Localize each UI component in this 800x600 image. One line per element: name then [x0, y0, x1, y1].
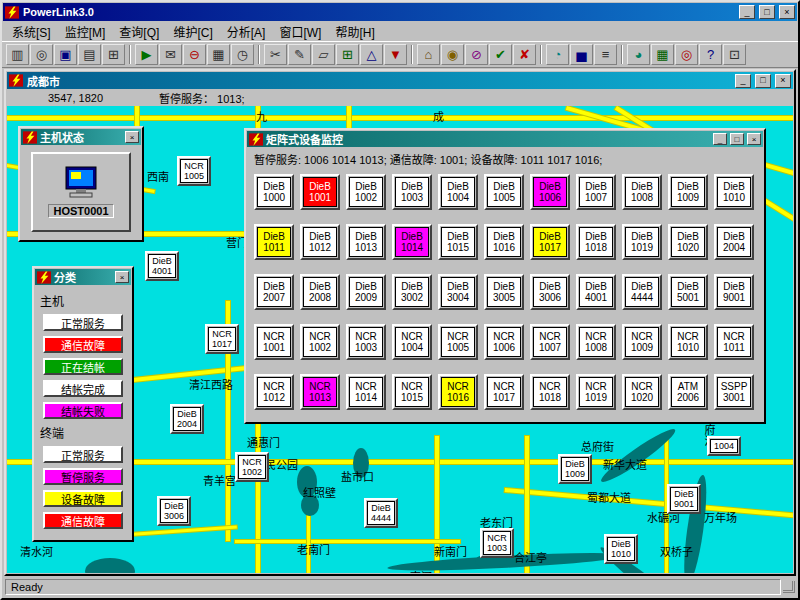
table-icon[interactable]: ⊞ [336, 44, 359, 65]
matrix-device-dieb-1012[interactable]: DieB1012 [300, 224, 340, 260]
matrix-device-ncr-1016[interactable]: NCR1016 [438, 374, 478, 410]
map-device-dieb-2004[interactable]: DieB2004 [170, 404, 204, 434]
legend-dialog-close-button[interactable]: × [115, 271, 129, 283]
chart-up-icon[interactable]: △ [360, 44, 383, 65]
menu-item-analyze[interactable]: 分析[A] [220, 21, 273, 42]
map-device-ncr-1005[interactable]: NCR1005 [177, 156, 211, 186]
matrix-device-dieb-1015[interactable]: DieB1015 [438, 224, 478, 260]
matrix-device-dieb-1008[interactable]: DieB1008 [622, 174, 662, 210]
map-device-dieb-4001[interactable]: DieB4001 [145, 251, 179, 281]
pencil-icon[interactable]: ✎ [288, 44, 311, 65]
matrix-device-dieb-2007[interactable]: DieB2007 [254, 274, 294, 310]
menu-item-system[interactable]: 系统[S] [5, 21, 58, 42]
matrix-maximize-button[interactable]: □ [730, 133, 744, 145]
matrix-device-dieb-1017[interactable]: DieB1017 [530, 224, 570, 260]
matrix-device-dieb-1016[interactable]: DieB1016 [484, 224, 524, 260]
matrix-device-ncr-1004[interactable]: NCR1004 [392, 324, 432, 360]
matrix-device-ncr-1005[interactable]: NCR1005 [438, 324, 478, 360]
maximize-button[interactable]: □ [759, 5, 775, 19]
map-device-dieb-4444[interactable]: DieB4444 [364, 498, 398, 528]
menu-item-maintain[interactable]: 维护[C] [166, 21, 219, 42]
scissors-icon[interactable]: ✂ [264, 44, 287, 65]
matrix-device-ncr-1020[interactable]: NCR1020 [622, 374, 662, 410]
matrix-device-dieb-1005[interactable]: DieB1005 [484, 174, 524, 210]
matrix-device-dieb-1007[interactable]: DieB1007 [576, 174, 616, 210]
map-canvas[interactable]: 主机状态 × HOST0001 [7, 106, 793, 573]
matrix-device-ncr-1015[interactable]: NCR1015 [392, 374, 432, 410]
matrix-device-ncr-1008[interactable]: NCR1008 [576, 324, 616, 360]
map-device-dieb-1009[interactable]: DieB1009 [558, 454, 592, 484]
check-icon[interactable]: ✔ [489, 44, 512, 65]
matrix-device-dieb-4001[interactable]: DieB4001 [576, 274, 616, 310]
close-x-icon[interactable]: ✘ [513, 44, 536, 65]
matrix-device-dieb-5001[interactable]: DieB5001 [668, 274, 708, 310]
down-arrow-icon[interactable]: ▼ [384, 44, 407, 65]
matrix-device-ncr-1017[interactable]: NCR1017 [484, 374, 524, 410]
matrix-device-dieb-3004[interactable]: DieB3004 [438, 274, 478, 310]
matrix-device-ncr-1018[interactable]: NCR1018 [530, 374, 570, 410]
play-icon[interactable]: ▶ [135, 44, 158, 65]
map-device-ncr-1003[interactable]: NCR1003 [480, 528, 514, 558]
menu-item-window[interactable]: 窗口[W] [272, 21, 328, 42]
matrix-device-dieb-1020[interactable]: DieB1020 [668, 224, 708, 260]
menu-item-monitor[interactable]: 监控[M] [58, 21, 113, 42]
matrix-device-ncr-1011[interactable]: NCR1011 [714, 324, 754, 360]
remove-icon[interactable]: ⊖ [183, 44, 206, 65]
matrix-device-dieb-1006[interactable]: DieB1006 [530, 174, 570, 210]
map-device-ncr-1002[interactable]: NCR1002 [235, 452, 269, 482]
menu-item-help[interactable]: 帮助[H] [328, 21, 381, 42]
minimize-button[interactable]: _ [739, 5, 755, 19]
matrix-device-dieb-1013[interactable]: DieB1013 [346, 224, 386, 260]
resize-grip[interactable] [783, 581, 795, 593]
pie-chart-icon[interactable]: ◔ [546, 44, 569, 65]
list-icon[interactable]: ≡ [594, 44, 617, 65]
map-minimize-button[interactable]: _ [735, 74, 751, 88]
matrix-device-ncr-1003[interactable]: NCR1003 [346, 324, 386, 360]
mail-icon[interactable]: ✉ [159, 44, 182, 65]
clock-icon[interactable]: ◷ [231, 44, 254, 65]
matrix-device-dieb-3002[interactable]: DieB3002 [392, 274, 432, 310]
matrix-device-ncr-1010[interactable]: NCR1010 [668, 324, 708, 360]
matrix-device-dieb-1011[interactable]: DieB1011 [254, 224, 294, 260]
map-restore-button[interactable]: □ [755, 74, 771, 88]
magnifier-icon[interactable]: ◎ [30, 44, 53, 65]
matrix-device-sspp-3001[interactable]: SSPP3001 [714, 374, 754, 410]
window2-icon[interactable]: ⊡ [723, 44, 746, 65]
matrix-minimize-button[interactable]: _ [713, 133, 727, 145]
matrix-device-dieb-3006[interactable]: DieB3006 [530, 274, 570, 310]
host-dialog-close-button[interactable]: × [125, 131, 139, 143]
matrix-device-ncr-1006[interactable]: NCR1006 [484, 324, 524, 360]
matrix-close-button[interactable]: × [747, 133, 761, 145]
map-device-dieb-9001[interactable]: DieB9001 [667, 484, 701, 514]
matrix-device-ncr-1007[interactable]: NCR1007 [530, 324, 570, 360]
matrix-device-ncr-1012[interactable]: NCR1012 [254, 374, 294, 410]
coin-icon[interactable]: ◉ [441, 44, 464, 65]
matrix-device-dieb-2009[interactable]: DieB2009 [346, 274, 386, 310]
menu-item-query[interactable]: 查询[Q] [112, 21, 166, 42]
matrix-device-dieb-1000[interactable]: DieB1000 [254, 174, 294, 210]
bank-icon[interactable]: ⌂ [417, 44, 440, 65]
matrix-device-dieb-1018[interactable]: DieB1018 [576, 224, 616, 260]
save-icon[interactable]: ▣ [54, 44, 77, 65]
map-device-dieb-3006[interactable]: DieB3006 [157, 496, 191, 526]
matrix-device-ncr-1009[interactable]: NCR1009 [622, 324, 662, 360]
matrix-device-ncr-1002[interactable]: NCR1002 [300, 324, 340, 360]
map-device-1004[interactable]: 1004 [707, 436, 741, 456]
matrix-device-dieb-1014[interactable]: DieB1014 [392, 224, 432, 260]
matrix-device-ncr-1014[interactable]: NCR1014 [346, 374, 386, 410]
print-icon[interactable]: ▤ [78, 44, 101, 65]
matrix-device-ncr-1019[interactable]: NCR1019 [576, 374, 616, 410]
matrix-device-ncr-1013[interactable]: NCR1013 [300, 374, 340, 410]
matrix-device-dieb-1003[interactable]: DieB1003 [392, 174, 432, 210]
matrix-device-dieb-1010[interactable]: DieB1010 [714, 174, 754, 210]
matrix-device-dieb-1009[interactable]: DieB1009 [668, 174, 708, 210]
help-icon[interactable]: ? [699, 44, 722, 65]
grid-icon[interactable]: ▦ [651, 44, 674, 65]
matrix-device-dieb-1019[interactable]: DieB1019 [622, 224, 662, 260]
matrix-device-dieb-1001[interactable]: DieB1001 [300, 174, 340, 210]
color-wheel-icon[interactable]: ◕ [627, 44, 650, 65]
matrix-device-dieb-2008[interactable]: DieB2008 [300, 274, 340, 310]
map-device-dieb-1010[interactable]: DieB1010 [604, 534, 638, 564]
bar-chart-icon[interactable]: ▅ [570, 44, 593, 65]
monitor-icon[interactable]: ▥ [6, 44, 29, 65]
